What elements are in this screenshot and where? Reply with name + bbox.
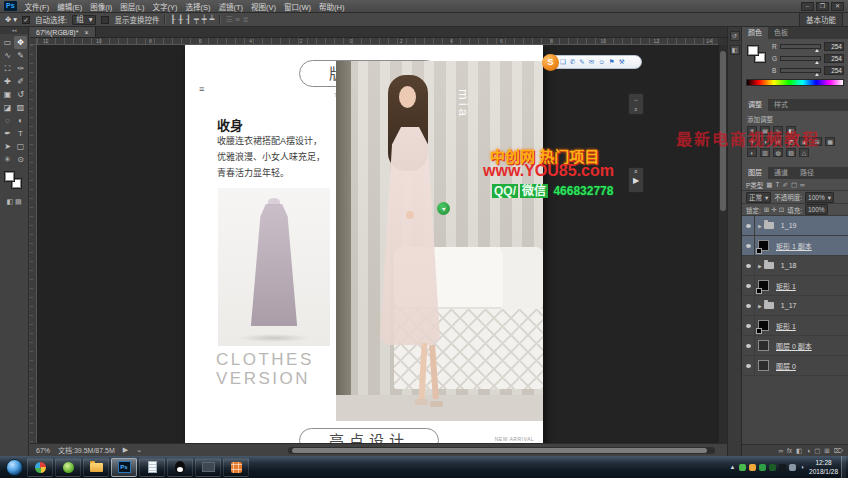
- menu-item[interactable]: 窗口(W): [284, 1, 311, 12]
- path-selection-tool[interactable]: ➤: [1, 140, 14, 153]
- tray-darkgreen-icon[interactable]: [769, 464, 776, 471]
- visibility-toggle[interactable]: [742, 316, 755, 335]
- visibility-toggle[interactable]: [742, 256, 755, 275]
- zoom-level[interactable]: 67%: [36, 447, 50, 454]
- filter-icon[interactable]: ✐: [782, 181, 787, 189]
- type-tool[interactable]: T: [14, 127, 27, 140]
- 1_17[interactable]: ▶ 1_17: [742, 296, 848, 316]
- status-caret-icon[interactable]: ▶: [123, 446, 128, 454]
- filter-kind-label[interactable]: P类型: [746, 180, 763, 190]
- taskbar-app-photoshop[interactable]: Ps: [111, 458, 137, 477]
- layer-name[interactable]: 矩形 1: [776, 281, 796, 291]
- 1_19[interactable]: ▶ 1_19: [742, 216, 848, 236]
- restore-button[interactable]: ❐: [816, 2, 829, 11]
- pen-icon[interactable]: ✎: [579, 58, 584, 66]
- tools-icon[interactable]: ⚒: [619, 58, 625, 66]
- layer-name[interactable]: 矩形 1 副本: [776, 241, 812, 251]
- foreground-color-swatch[interactable]: [747, 45, 759, 56]
- channel-slider[interactable]: [780, 68, 821, 73]
- tab-close-icon[interactable]: ×: [84, 29, 88, 36]
- collapsed-properties-icon[interactable]: ◧: [730, 45, 740, 55]
- collapsed-float-panel[interactable]: ↔ ≡: [628, 93, 644, 115]
- layer-name[interactable]: 1_17: [781, 302, 797, 309]
- taskbar-app-imageviewer[interactable]: [223, 458, 249, 477]
- panel-tab[interactable]: 图层: [742, 167, 768, 179]
- visibility-toggle[interactable]: [742, 216, 755, 235]
- opacity-value[interactable]: 100%▾: [805, 192, 834, 203]
- blend-mode-dropdown[interactable]: 正常▾: [746, 192, 771, 203]
- filter-icon[interactable]: ▢: [791, 181, 797, 189]
- visibility-toggle[interactable]: [742, 296, 755, 315]
- status-mini-caret-icon[interactable]: ⌄: [136, 446, 142, 454]
- rectangular-marquee-tool[interactable]: ▭: [1, 36, 14, 49]
- move-tool[interactable]: ✥: [14, 36, 27, 49]
- align-top-edges-icon[interactable]: ┯: [194, 15, 199, 24]
- taskbar-app-window[interactable]: [195, 458, 221, 477]
- layers-panel-button[interactable]: ◑: [806, 447, 810, 454]
- panel-tab[interactable]: 颜色: [742, 27, 768, 39]
- layer-thumbnail[interactable]: [758, 340, 769, 351]
- hand-tool[interactable]: ✳: [1, 153, 14, 166]
- rectangle-tool[interactable]: ▢: [14, 140, 27, 153]
- 图层 0 副本[interactable]: ▶ 图层 0 副本: [742, 336, 848, 356]
- collapsed-play-panel[interactable]: ≡ ▶: [628, 167, 644, 193]
- screen-recorder-toolbar[interactable]: S ❏✆✎✉☺⚑⚒: [544, 55, 642, 69]
- scrollbar-thumb[interactable]: [292, 448, 707, 453]
- healing-brush-tool[interactable]: ✚: [1, 75, 14, 88]
- zoom-tool[interactable]: ⊙: [14, 153, 27, 166]
- layer-name[interactable]: 1_19: [781, 222, 797, 229]
- tray-black-icon[interactable]: [779, 464, 786, 471]
- menu-item[interactable]: 图像(I): [90, 1, 112, 12]
- distribute-icon-1[interactable]: ☰: [225, 15, 232, 24]
- menu-item[interactable]: 滤镜(T): [218, 1, 243, 12]
- menu-item[interactable]: 视图(V): [251, 1, 276, 12]
- tray-orange-icon[interactable]: [749, 464, 756, 471]
- panel-tab[interactable]: 样式: [768, 99, 794, 111]
- s-logo-icon[interactable]: S: [542, 54, 559, 71]
- expand-arrow-icon[interactable]: ▶: [758, 223, 762, 229]
- gradient-tool[interactable]: ▨: [14, 101, 27, 114]
- tray-green-icon[interactable]: [739, 464, 746, 471]
- user-icon[interactable]: ☺: [598, 58, 605, 66]
- visibility-toggle[interactable]: [742, 356, 755, 375]
- visibility-toggle[interactable]: [742, 276, 755, 295]
- minimize-button[interactable]: –: [801, 2, 814, 11]
- layers-panel-button[interactable]: ⊞: [824, 447, 829, 455]
- menu-item[interactable]: 编辑(E): [57, 1, 82, 12]
- align-vertical-centers-icon[interactable]: ╂: [178, 15, 183, 24]
- channel-value[interactable]: 254: [824, 54, 844, 63]
- taskbar-app-browser[interactable]: [55, 458, 81, 477]
- lock-icon[interactable]: ⊡: [779, 206, 784, 214]
- layer-name[interactable]: 1_18: [781, 262, 797, 269]
- layer-name[interactable]: 图层 0 副本: [776, 341, 812, 351]
- panel-tab[interactable]: 色板: [768, 27, 794, 39]
- brush-tool[interactable]: ✐: [14, 75, 27, 88]
- color-spectrum-ramp[interactable]: [746, 79, 844, 86]
- history-brush-tool[interactable]: ↺: [14, 88, 27, 101]
- phone-icon[interactable]: ✆: [570, 58, 575, 66]
- eyedropper-tool[interactable]: ✑: [14, 62, 27, 75]
- lasso-tool[interactable]: ∿: [1, 49, 14, 62]
- foreground-color-swatch[interactable]: [4, 171, 15, 182]
- 矩形 1 副本[interactable]: ▶ 矩形 1 副本: [742, 236, 848, 256]
- menu-item[interactable]: 帮助(H): [319, 1, 344, 12]
- visibility-toggle[interactable]: [742, 236, 755, 255]
- toolbar-collapse-icon[interactable]: ◂◂: [0, 27, 28, 34]
- fill-value[interactable]: 100%: [805, 204, 828, 215]
- filter-icon[interactable]: T: [776, 181, 780, 189]
- expand-arrow-icon[interactable]: ▶: [758, 263, 762, 269]
- 1_18[interactable]: ▶ 1_18: [742, 256, 848, 276]
- volume-icon[interactable]: ◖: [799, 464, 806, 471]
- slider-knob-icon[interactable]: [815, 73, 819, 76]
- mask-thumbnail[interactable]: [756, 288, 762, 294]
- taskbar-app-qq[interactable]: [167, 458, 193, 477]
- quick-selection-tool[interactable]: ✎: [14, 49, 27, 62]
- slider-knob-icon[interactable]: [815, 49, 819, 52]
- pen-tool[interactable]: ✒: [1, 127, 14, 140]
- align-horizontal-centers-icon[interactable]: ┿: [202, 15, 207, 24]
- crop-tool[interactable]: ⛶: [1, 62, 14, 75]
- chat-icon[interactable]: ❏: [560, 58, 566, 66]
- auto-select-target-dropdown[interactable]: 组▾: [72, 15, 96, 25]
- collapsed-history-icon[interactable]: ↺: [730, 31, 740, 41]
- layers-panel-button[interactable]: ◧: [796, 447, 802, 455]
